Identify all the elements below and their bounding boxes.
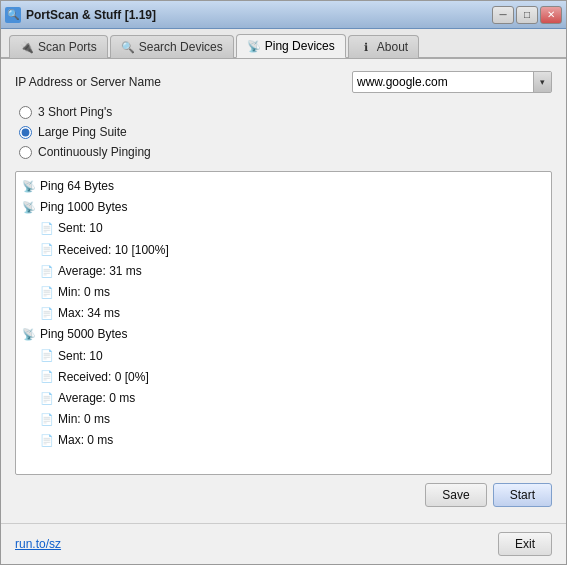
tree-item: 📄Min: 0 ms xyxy=(22,282,545,303)
tree-item: 📄Min: 0 ms xyxy=(22,409,545,430)
tree-item: 📄Max: 0 ms xyxy=(22,430,545,451)
radio-large-ping[interactable]: Large Ping Suite xyxy=(19,125,552,139)
tree-item: 📄Sent: 10 xyxy=(22,346,545,367)
doc-icon: 📄 xyxy=(40,349,54,363)
radio-short-ping-label: 3 Short Ping's xyxy=(38,105,112,119)
radio-continuous-ping-input[interactable] xyxy=(19,146,32,159)
tree-item: 📄Sent: 10 xyxy=(22,218,545,239)
radio-continuous-ping-label: Continuously Pinging xyxy=(38,145,151,159)
tree-item: 📄Received: 10 [100%] xyxy=(22,240,545,261)
tree-item: 📡Ping 64 Bytes xyxy=(22,176,545,197)
tab-search-devices-label: Search Devices xyxy=(139,40,223,54)
content-area: IP Address or Server Name ▾ 3 Short Ping… xyxy=(1,59,566,523)
tab-about-label: About xyxy=(377,40,408,54)
tree-item-text: Ping 64 Bytes xyxy=(40,177,114,196)
tree-item: 📡Ping 5000 Bytes xyxy=(22,324,545,345)
ping-icon: 📡 xyxy=(22,328,36,342)
results-box: 📡Ping 64 Bytes📡Ping 1000 Bytes📄Sent: 10📄… xyxy=(15,171,552,475)
radio-short-ping[interactable]: 3 Short Ping's xyxy=(19,105,552,119)
app-icon: 🔍 xyxy=(5,7,21,23)
doc-icon: 📄 xyxy=(40,286,54,300)
maximize-button[interactable]: □ xyxy=(516,6,538,24)
doc-icon: 📄 xyxy=(40,307,54,321)
ip-label: IP Address or Server Name xyxy=(15,75,161,89)
tree-item-text: Received: 10 [100%] xyxy=(58,241,169,260)
doc-icon: 📄 xyxy=(40,264,54,278)
search-devices-icon: 🔍 xyxy=(121,40,135,54)
ip-row: IP Address or Server Name ▾ xyxy=(15,71,552,93)
scan-ports-icon: 🔌 xyxy=(20,40,34,54)
bottom-btn-group: Exit xyxy=(498,532,552,556)
about-icon: ℹ xyxy=(359,40,373,54)
doc-icon: 📄 xyxy=(40,391,54,405)
close-button[interactable]: ✕ xyxy=(540,6,562,24)
tree-item-text: Ping 5000 Bytes xyxy=(40,325,127,344)
title-bar-controls: ─ □ ✕ xyxy=(492,6,562,24)
doc-icon: 📄 xyxy=(40,222,54,236)
tab-bar: 🔌 Scan Ports 🔍 Search Devices 📡 Ping Dev… xyxy=(1,29,566,59)
start-button[interactable]: Start xyxy=(493,483,552,507)
ip-input[interactable] xyxy=(353,73,533,91)
window-title: PortScan & Stuff [1.19] xyxy=(26,8,156,22)
minimize-button[interactable]: ─ xyxy=(492,6,514,24)
tree-item: 📡Ping 1000 Bytes xyxy=(22,197,545,218)
radio-group: 3 Short Ping's Large Ping Suite Continuo… xyxy=(19,105,552,159)
ping-icon: 📡 xyxy=(22,201,36,215)
tree-item-text: Max: 34 ms xyxy=(58,304,120,323)
radio-continuous-ping[interactable]: Continuously Pinging xyxy=(19,145,552,159)
save-button[interactable]: Save xyxy=(425,483,486,507)
tree-item: 📄Max: 34 ms xyxy=(22,303,545,324)
doc-icon: 📄 xyxy=(40,370,54,384)
ping-devices-icon: 📡 xyxy=(247,39,261,53)
tree-item-text: Average: 31 ms xyxy=(58,262,142,281)
ip-input-wrapper: ▾ xyxy=(352,71,552,93)
footer-link[interactable]: run.to/sz xyxy=(15,537,61,551)
tree-item-text: Received: 0 [0%] xyxy=(58,368,149,387)
tree-item-text: Min: 0 ms xyxy=(58,283,110,302)
radio-large-ping-input[interactable] xyxy=(19,126,32,139)
tree-item-text: Average: 0 ms xyxy=(58,389,135,408)
main-window: 🔍 PortScan & Stuff [1.19] ─ □ ✕ 🔌 Scan P… xyxy=(0,0,567,565)
radio-short-ping-input[interactable] xyxy=(19,106,32,119)
title-bar-left: 🔍 PortScan & Stuff [1.19] xyxy=(5,7,156,23)
tab-ping-devices-label: Ping Devices xyxy=(265,39,335,53)
tab-scan-ports[interactable]: 🔌 Scan Ports xyxy=(9,35,108,58)
tree-item-text: Max: 0 ms xyxy=(58,431,113,450)
tree-item-text: Min: 0 ms xyxy=(58,410,110,429)
tree-item: 📄Average: 0 ms xyxy=(22,388,545,409)
bottom-bar: run.to/sz Exit xyxy=(1,523,566,564)
tab-scan-ports-label: Scan Ports xyxy=(38,40,97,54)
tree-item: 📄Received: 0 [0%] xyxy=(22,367,545,388)
tree-item-text: Sent: 10 xyxy=(58,219,103,238)
tab-search-devices[interactable]: 🔍 Search Devices xyxy=(110,35,234,58)
action-buttons: Save Start xyxy=(15,483,552,511)
tree-item: 📄Average: 31 ms xyxy=(22,261,545,282)
exit-button[interactable]: Exit xyxy=(498,532,552,556)
doc-icon: 📄 xyxy=(40,243,54,257)
title-bar: 🔍 PortScan & Stuff [1.19] ─ □ ✕ xyxy=(1,1,566,29)
tab-ping-devices[interactable]: 📡 Ping Devices xyxy=(236,34,346,58)
tree-item-text: Sent: 10 xyxy=(58,347,103,366)
ping-icon: 📡 xyxy=(22,180,36,194)
tab-about[interactable]: ℹ About xyxy=(348,35,419,58)
tree-item-text: Ping 1000 Bytes xyxy=(40,198,127,217)
radio-large-ping-label: Large Ping Suite xyxy=(38,125,127,139)
ip-dropdown-button[interactable]: ▾ xyxy=(533,72,551,92)
doc-icon: 📄 xyxy=(40,434,54,448)
doc-icon: 📄 xyxy=(40,413,54,427)
